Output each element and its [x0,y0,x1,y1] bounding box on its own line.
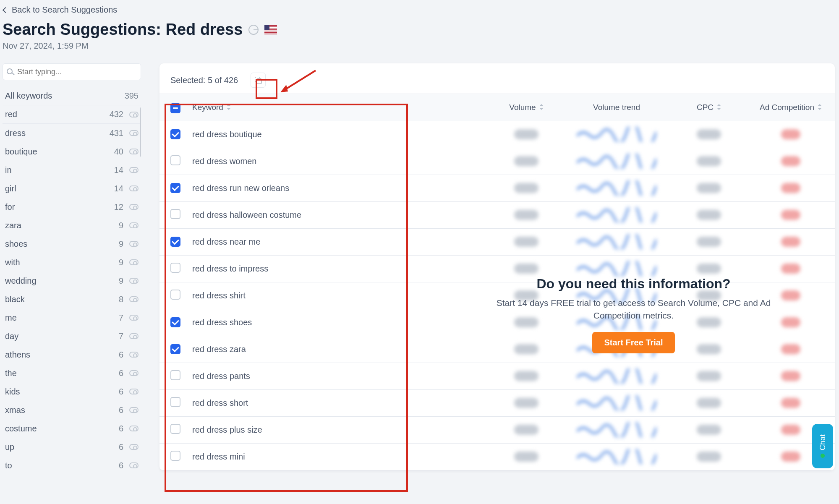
keyword-filter-item[interactable]: red432 [3,105,141,124]
search-input[interactable] [3,63,141,80]
keyword-cell[interactable]: red dress boutique [192,130,262,139]
filter-count: 6 [119,442,123,452]
row-checkbox[interactable] [170,397,180,407]
eye-icon[interactable] [129,204,139,210]
eye-icon[interactable] [129,259,139,265]
keyword-cell[interactable]: red dress shirt [192,291,246,300]
eye-icon[interactable] [129,149,139,154]
keyword-filter-item[interactable]: with9 [3,253,141,272]
eye-icon[interactable] [129,315,139,321]
sidebar: All keywords 395 red432dress431boutique4… [3,63,141,477]
row-checkbox[interactable] [170,344,180,354]
row-checkbox[interactable] [170,183,180,193]
keyword-filter-item[interactable]: wedding9 [3,272,141,290]
col-ad-competition[interactable]: Ad Competition [747,94,835,121]
scrollbar-thumb[interactable] [140,107,141,157]
blurred-volume [514,452,538,462]
keyword-filter-item[interactable]: zara9 [3,216,141,235]
chat-button[interactable]: Chat [812,424,833,468]
filter-label: black [5,295,25,304]
eye-icon[interactable] [129,167,139,173]
keyword-filter-item[interactable]: costume6 [3,419,141,438]
row-checkbox[interactable] [170,209,180,219]
keyword-cell[interactable]: red dress halloween costume [192,210,301,219]
filter-count: 6 [119,424,123,433]
blurred-cpc [697,371,721,381]
eye-icon[interactable] [129,426,139,431]
eye-icon[interactable] [129,462,139,468]
keyword-cell[interactable]: red dress shoes [192,318,252,327]
row-checkbox[interactable] [170,129,180,139]
keyword-filter-item[interactable]: athens6 [3,345,141,364]
back-link[interactable]: Back to Search Suggestions [3,3,118,16]
eye-icon[interactable] [129,112,139,118]
filter-count: 12 [114,202,123,212]
filter-label: the [5,368,17,378]
eye-icon[interactable] [129,352,139,358]
keyword-filter-item[interactable]: girl14 [3,179,141,198]
row-checkbox[interactable] [170,237,180,247]
copy-selected-button[interactable] [251,73,266,88]
eye-icon[interactable] [129,278,139,284]
keyword-cell[interactable]: red dress run new orleans [192,183,289,193]
filter-count: 9 [119,221,123,230]
keyword-cell[interactable]: red dress mini [192,452,245,461]
eye-icon[interactable] [129,222,139,228]
eye-icon[interactable] [129,185,139,191]
row-checkbox[interactable] [170,451,180,461]
keyword-filter-item[interactable]: to6 [3,456,141,475]
keyword-filter-item[interactable]: kids6 [3,382,141,401]
keyword-filter-item[interactable]: for12 [3,198,141,216]
filter-count: 9 [119,276,123,286]
eye-icon[interactable] [129,389,139,394]
eye-icon[interactable] [129,370,139,376]
start-free-trial-button[interactable]: Start Free Trial [592,332,674,353]
col-cpc[interactable]: CPC [671,94,747,121]
keyword-filter-item[interactable]: black8 [3,290,141,308]
eye-icon[interactable] [129,333,139,339]
keyword-filter-item[interactable]: shoes9 [3,235,141,253]
keyword-filter-list: All keywords 395 red432dress431boutique4… [3,87,141,477]
eye-icon[interactable] [129,407,139,413]
keyword-filter-all[interactable]: All keywords 395 [3,87,141,105]
keyword-cell[interactable]: red dress plus size [192,425,262,434]
keyword-filter-item[interactable]: xmas6 [3,401,141,419]
blurred-volume [514,210,538,220]
table-row: red dress mini [159,443,835,470]
keyword-filter-item[interactable]: up6 [3,438,141,456]
row-checkbox[interactable] [170,317,180,327]
filter-label: to [5,461,12,470]
row-checkbox[interactable] [170,263,180,273]
filter-count: 14 [114,165,123,175]
filter-label: for [5,202,15,212]
keyword-filter-item[interactable]: the6 [3,364,141,382]
blurred-cpc [697,425,721,435]
eye-icon[interactable] [129,130,139,136]
row-checkbox[interactable] [170,290,180,300]
keyword-filter-item[interactable]: dress431 [3,124,141,142]
filter-count: 9 [119,239,123,249]
select-all-checkbox[interactable] [170,103,180,113]
keyword-filter-item[interactable]: me7 [3,308,141,327]
eye-icon[interactable] [129,241,139,247]
filter-label: zara [5,221,21,230]
row-checkbox[interactable] [170,424,180,434]
keyword-filter-item[interactable]: boutique40 [3,142,141,161]
keyword-cell[interactable]: red dress pants [192,371,250,381]
eye-icon[interactable] [129,444,139,450]
keyword-cell[interactable]: red dress to impress [192,264,268,273]
keyword-cell[interactable]: red dress zara [192,345,246,354]
row-checkbox[interactable] [170,155,180,165]
keyword-cell[interactable]: red dress short [192,398,248,407]
blurred-trend [577,368,656,384]
keyword-cell[interactable]: red dress women [192,157,256,166]
keyword-filter-item[interactable]: day7 [3,327,141,345]
col-keyword[interactable]: Keyword [186,94,491,121]
col-volume[interactable]: Volume [491,94,562,121]
eye-icon[interactable] [129,296,139,302]
keyword-filter-item[interactable]: in14 [3,161,141,179]
keyword-cell[interactable]: red dress near me [192,237,260,246]
blurred-cpc [697,156,721,166]
blurred-volume [514,156,538,166]
row-checkbox[interactable] [170,370,180,380]
